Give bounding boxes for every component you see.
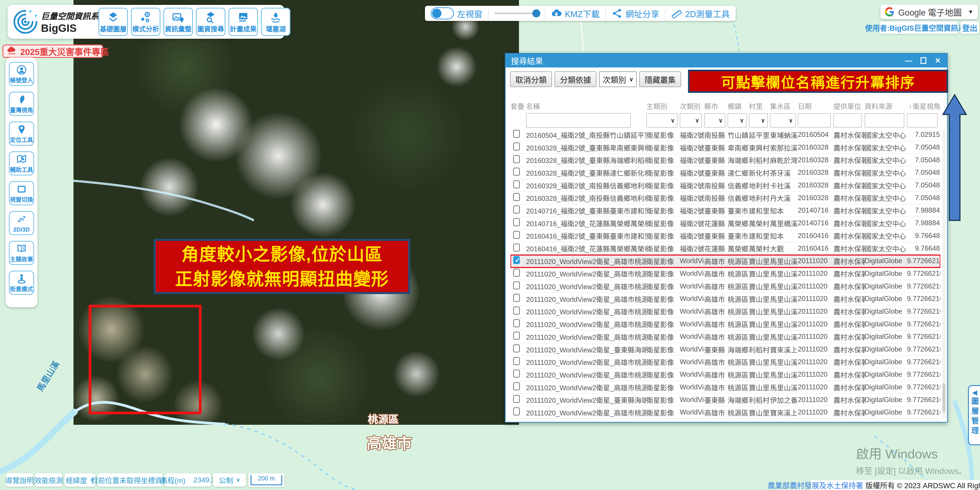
filter-input-日期[interactable]: [798, 113, 831, 128]
column-header-主類別[interactable]: 主類別: [646, 101, 680, 111]
column-header-集水區[interactable]: 集水區: [770, 101, 798, 111]
table-row[interactable]: 20111020_WorldView2衛星_高雄市桃源區寶山里衛星影像World…: [511, 306, 940, 318]
table-row[interactable]: 20111020_WorldView2衛星_高雄市桃源區寶山里衛星影像World…: [511, 318, 940, 331]
checkbox[interactable]: [513, 369, 520, 377]
table-row[interactable]: 20111020_WorldView2衛星_高雄市桃源區寶山里衛星影像World…: [511, 268, 940, 280]
sidebar-item-主題故事[interactable]: 主題故事: [9, 241, 34, 265]
toggle-knob[interactable]: [432, 9, 441, 18]
cancel-group-button[interactable]: 取消分類: [510, 71, 552, 87]
filter-input-名稱[interactable]: [526, 113, 631, 128]
column-header-日期[interactable]: 日期: [798, 101, 834, 111]
checkbox[interactable]: [513, 332, 520, 340]
slider-track[interactable]: [495, 13, 539, 14]
table-row[interactable]: 20160416_福衛2號_臺東縣臺東市建和里衛星影像福衛2號臺東縣臺東市建和里…: [511, 230, 940, 243]
main-toolbar-button-模式分析[interactable]: 模式分析: [131, 8, 161, 36]
column-header-套疊[interactable]: 套疊: [511, 101, 526, 111]
checkbox[interactable]: [513, 357, 520, 365]
filter-select-村里[interactable]: ∨: [749, 113, 768, 128]
group-by-button[interactable]: 分類依據: [555, 71, 597, 87]
unit-select[interactable]: 公制∨: [213, 473, 246, 487]
column-header-縣市[interactable]: 縣市: [704, 101, 728, 111]
table-row[interactable]: 20160504_福衛2號_南投縣竹山鎮延平里衛星影像福衛2號南投縣竹山鎮延平里…: [511, 129, 940, 141]
logout-button[interactable]: 登出: [960, 21, 979, 34]
scrollbar-thumb[interactable]: [942, 383, 945, 412]
filter-select-集水區[interactable]: ∨: [770, 113, 795, 128]
table-row[interactable]: 20111020_WorldView2衛星_臺東縣海端鄉利稻村衛星影像World…: [511, 393, 940, 406]
main-toolbar-button-計畫成果[interactable]: 計畫成果: [229, 8, 258, 36]
checkbox[interactable]: [513, 281, 520, 289]
nav-help-button[interactable]: 導覽說明: [6, 473, 33, 487]
main-toolbar-button-堰塞湖[interactable]: 堰塞湖: [261, 8, 290, 36]
checkbox[interactable]: [513, 344, 520, 352]
table-row[interactable]: 20111020_WorldView2衛星_高雄市桃源區寶山里衛星影像World…: [511, 356, 940, 368]
checkbox[interactable]: [513, 408, 520, 415]
measure-2d-button[interactable]: 2D測量工具: [665, 6, 736, 21]
checkbox-checked[interactable]: [513, 256, 520, 264]
table-row[interactable]: 20160328_福衛2號_臺東縣達仁鄉新化村衛星影像福衛2號臺東縣達仁鄉新化村…: [511, 167, 940, 179]
table-row[interactable]: 20160416_福衛2號_花蓮縣萬榮鄉萬榮村衛星影像福衛2號花蓮縣萬榮鄉萬榮村…: [511, 242, 940, 255]
table-row[interactable]: 20160328_福衛2號_臺東縣海端鄉利稻村衛星影像福衛2號臺東縣海端鄉利稻村…: [511, 154, 940, 167]
checkbox[interactable]: [513, 180, 520, 188]
table-row[interactable]: 20111020_WorldView2衛星_高雄市桃源區寶山里衛星影像World…: [511, 255, 940, 268]
basemap-select[interactable]: Google 電子地圖 ▼: [880, 5, 978, 19]
layer-manager-tab[interactable]: ◀ 圖層管理: [968, 385, 980, 445]
column-header-提供單位[interactable]: 提供單位: [834, 101, 865, 111]
filter-input-提供單位[interactable]: [834, 113, 862, 128]
table-row[interactable]: 20160328_福衛2號_臺東縣卑南鄉東興村衛星影像福衛2號臺東縣卑南鄉東興村…: [511, 141, 940, 154]
column-header-名稱[interactable]: 名稱: [526, 101, 646, 111]
copyright-link[interactable]: 農業部農村發展及水土保持署: [767, 480, 863, 490]
column-header-資料來源[interactable]: 資料來源: [865, 101, 907, 111]
checkbox[interactable]: [513, 206, 520, 214]
column-header-村里[interactable]: 村里: [749, 101, 770, 111]
sidebar-item-帳號登入[interactable]: 帳號登入: [9, 62, 34, 86]
table-row[interactable]: 20160328_福衛2號_南投縣信義鄉地利村衛星影像福衛2號南投縣信義鄉地利村…: [511, 192, 940, 205]
table-row[interactable]: 20111020_WorldView2衛星_高雄市桃源區寶山里衛星影像World…: [511, 331, 940, 343]
hide-cluster-button[interactable]: 隱藏叢集: [639, 71, 681, 87]
checkbox[interactable]: [513, 269, 520, 277]
filter-select-次類別[interactable]: ∨: [680, 113, 702, 128]
filter-input-衛星視角[interactable]: [907, 113, 938, 128]
table-row[interactable]: 20111020_WorldView2衛星_臺東縣海端鄉利稻村衛星影像World…: [511, 343, 940, 356]
main-toolbar-button-圖資搜尋[interactable]: 圖資搜尋: [196, 8, 225, 36]
checkbox[interactable]: [513, 319, 520, 327]
filter-select-縣市[interactable]: ∨: [704, 113, 725, 128]
close-icon[interactable]: ✕: [935, 57, 941, 64]
slider-knob[interactable]: [532, 10, 540, 17]
panel-titlebar[interactable]: 搜尋結果 — ✕: [506, 54, 947, 67]
table-row[interactable]: 20111020_WorldView2衛星_高雄市桃源區寶山里衛星影像World…: [511, 381, 940, 394]
left-window-toggle[interactable]: 左視窗: [425, 6, 488, 21]
filter-select-主類別[interactable]: ∨: [646, 113, 678, 128]
checkbox[interactable]: [513, 231, 520, 239]
sidebar-item-視窗切換[interactable]: 視窗切換: [9, 181, 34, 205]
share-url-button[interactable]: 網址分享: [606, 6, 665, 21]
filter-select-鄉鎮[interactable]: ∨: [728, 113, 746, 128]
swipe-slider[interactable]: [488, 6, 545, 21]
kmz-download-button[interactable]: KMZ下載: [545, 6, 605, 21]
table-row[interactable]: 20111020_WorldView2衛星_高雄市桃源區寶山里衛星影像World…: [511, 280, 940, 293]
disaster-event-banner[interactable]: 2025重大災害事件專區: [2, 44, 103, 58]
minimize-icon[interactable]: —: [905, 57, 912, 64]
main-toolbar-button-基礎圖層[interactable]: 基礎圖層: [99, 8, 128, 36]
column-header-次類別[interactable]: 次類別: [680, 101, 704, 111]
checkbox[interactable]: [513, 382, 520, 390]
table-row[interactable]: 20140716_福衛2號_臺東縣臺東市建和里衛星影像福衛2號臺東縣臺東市建和里…: [511, 205, 940, 217]
filter-input-資料來源[interactable]: [865, 113, 904, 128]
group-field-select[interactable]: 次類別 ∨: [599, 71, 636, 87]
maximize-icon[interactable]: [921, 57, 926, 64]
table-row[interactable]: 20111020_WorldView2衛星_高雄市桃源區寶山里衛星影像World…: [511, 293, 940, 306]
checkbox[interactable]: [513, 143, 520, 151]
sidebar-item-街景模式[interactable]: 街景模式: [9, 271, 34, 295]
checkbox[interactable]: [513, 168, 520, 176]
table-row[interactable]: 20111020_WorldView2衛星_高雄市桃源區寶山里衛星影像World…: [511, 368, 940, 381]
checkbox[interactable]: [513, 130, 520, 138]
checkbox[interactable]: [513, 306, 520, 315]
table-row[interactable]: 20140716_福衛2號_花蓮縣萬榮鄉萬榮村衛星影像福衛2號花蓮縣萬榮鄉萬榮村…: [511, 217, 940, 230]
sidebar-item-2D/3D[interactable]: 3D2D/3D: [9, 211, 34, 235]
checkbox[interactable]: [513, 294, 520, 302]
checkbox[interactable]: [513, 218, 520, 226]
toggle-pill[interactable]: [431, 7, 454, 19]
column-header-鄉鎮[interactable]: 鄉鎮: [728, 101, 749, 111]
table-row[interactable]: 20111020_WorldView2衛星_高雄市桃源區寶山里衛星影像World…: [511, 406, 940, 419]
main-toolbar-button-資訊彙整[interactable]: 資訊彙整: [164, 8, 193, 36]
checkbox[interactable]: [513, 155, 520, 163]
